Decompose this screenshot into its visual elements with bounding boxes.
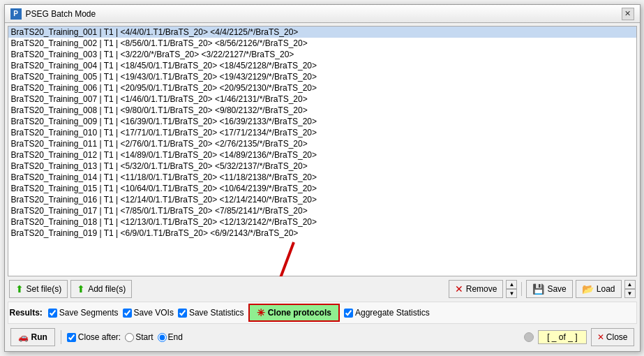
list-item[interactable]: BraTS20_Training_007 | T1 | <1/46/0/1.T1… xyxy=(8,94,636,105)
save-statistics-label: Save Statistics xyxy=(189,308,244,318)
save-button[interactable]: 💾 Save xyxy=(526,280,572,298)
load-up-button[interactable]: ▲ xyxy=(624,280,636,289)
save-icon: 💾 xyxy=(532,283,544,295)
title-bar: P PSEG Batch Mode ✕ xyxy=(5,5,640,23)
load-button[interactable]: 📂 Load xyxy=(576,280,622,298)
list-item[interactable]: BraTS20_Training_012 | T1 | <14/89/0/1.T… xyxy=(8,149,636,161)
close-after-input[interactable] xyxy=(67,333,76,342)
list-item[interactable]: BraTS20_Training_013 | T1 | <5/32/0/1.T1… xyxy=(8,161,636,172)
list-item[interactable]: BraTS20_Training_019 | T1 | <6/9/0/1.T1/… xyxy=(8,228,636,239)
save-segments-checkbox[interactable]: Save Segments xyxy=(48,308,119,318)
start-radio[interactable]: Start xyxy=(125,332,153,342)
list-item[interactable]: BraTS20_Training_009 | T1 | <16/39/0/1.T… xyxy=(8,116,636,127)
title-bar-left: P PSEG Batch Mode xyxy=(10,8,96,20)
aggregate-statistics-input[interactable] xyxy=(344,309,353,318)
run-label: Run xyxy=(31,332,47,342)
results-row: Results: Save Segments Save VOIs Save St… xyxy=(8,302,637,324)
end-label: End xyxy=(168,332,183,342)
remove-up-button[interactable]: ▲ xyxy=(506,280,517,289)
app-icon: P xyxy=(10,8,22,20)
remove-updown-group: ▲ ▼ xyxy=(506,280,517,298)
clone-icon: ✳ xyxy=(257,307,265,318)
list-item[interactable]: BraTS20_Training_017 | T1 | <7/85/0/1.T1… xyxy=(8,205,636,216)
close-after-checkbox[interactable]: Close after: xyxy=(67,332,121,342)
save-segments-label: Save Segments xyxy=(59,308,119,318)
list-item[interactable]: BraTS20_Training_006 | T1 | <20/95/0/1.T… xyxy=(8,82,636,94)
list-item[interactable]: BraTS20_Training_002 | T1 | <8/56/0/1.T1… xyxy=(8,38,636,49)
save-statistics-input[interactable] xyxy=(178,309,187,318)
add-files-icon: ⬆ xyxy=(77,283,85,295)
window-title: PSEG Batch Mode xyxy=(26,9,96,19)
start-radio-input[interactable] xyxy=(125,333,134,342)
main-window: P PSEG Batch Mode ✕ BraTS20_Training_001… xyxy=(4,4,641,352)
progress-indicator xyxy=(524,332,534,342)
aggregate-statistics-label: Aggregate Statistics xyxy=(355,308,430,318)
remove-down-button[interactable]: ▼ xyxy=(506,289,517,298)
end-radio[interactable]: End xyxy=(158,332,183,342)
save-statistics-checkbox[interactable]: Save Statistics xyxy=(178,308,244,318)
close-after-label: Close after: xyxy=(78,332,121,342)
set-files-button[interactable]: ⬆ Set file(s) xyxy=(9,280,68,298)
set-files-label: Set file(s) xyxy=(27,284,62,294)
list-item[interactable]: BraTS20_Training_015 | T1 | <10/64/0/1.T… xyxy=(8,183,636,194)
separator-1 xyxy=(521,282,522,296)
window-close-button[interactable]: ✕ xyxy=(622,8,634,20)
close-button[interactable]: ✕ Close xyxy=(591,328,634,346)
batch-file-list[interactable]: BraTS20_Training_001 | T1 | <4/4/0/1.T1/… xyxy=(8,26,637,276)
run-icon: 🚗 xyxy=(18,332,29,342)
page-counter: [ _ of _ ] xyxy=(538,330,587,344)
load-icon: 📂 xyxy=(582,283,594,295)
list-item[interactable]: BraTS20_Training_016 | T1 | <12/14/0/1.T… xyxy=(8,194,636,205)
remove-icon: ✕ xyxy=(455,283,463,295)
content-area: BraTS20_Training_001 | T1 | <4/4/0/1.T1/… xyxy=(5,23,640,351)
list-item[interactable]: BraTS20_Training_001 | T1 | <4/4/0/1.T1/… xyxy=(8,27,636,38)
close-label: Close xyxy=(606,332,628,342)
end-radio-input[interactable] xyxy=(158,333,167,342)
toolbar-row: ⬆ Set file(s) ⬆ Add file(s) ✕ Remove ▲ ▼… xyxy=(8,279,637,299)
load-updown-group: ▲ ▼ xyxy=(624,280,636,298)
load-down-button[interactable]: ▼ xyxy=(624,289,636,298)
list-item[interactable]: BraTS20_Training_004 | T1 | <18/45/0/1.T… xyxy=(8,60,636,71)
remove-button[interactable]: ✕ Remove xyxy=(449,280,504,298)
save-vois-input[interactable] xyxy=(123,309,132,318)
set-files-icon: ⬆ xyxy=(15,283,24,295)
save-segments-input[interactable] xyxy=(48,309,57,318)
add-files-label: Add file(s) xyxy=(88,284,126,294)
save-vois-label: Save VOIs xyxy=(134,308,174,318)
list-item[interactable]: BraTS20_Training_008 | T1 | <9/80/0/1.T1… xyxy=(8,105,636,116)
list-item[interactable]: BraTS20_Training_005 | T1 | <19/43/0/1.T… xyxy=(8,71,636,82)
list-item[interactable]: BraTS20_Training_011 | T1 | <2/76/0/1.T1… xyxy=(8,138,636,149)
clone-protocols-button[interactable]: ✳ Clone protocols xyxy=(248,304,340,322)
list-item[interactable]: BraTS20_Training_014 | T1 | <11/18/0/1.T… xyxy=(8,172,636,183)
add-files-button[interactable]: ⬆ Add file(s) xyxy=(70,280,132,298)
start-label: Start xyxy=(135,332,153,342)
separator-2 xyxy=(61,330,61,344)
save-vois-checkbox[interactable]: Save VOIs xyxy=(123,308,174,318)
close-x-icon: ✕ xyxy=(597,332,604,342)
remove-label: Remove xyxy=(466,284,497,294)
list-item[interactable]: BraTS20_Training_010 | T1 | <17/71/0/1.T… xyxy=(8,127,636,138)
save-label: Save xyxy=(547,284,566,294)
list-item[interactable]: BraTS20_Training_018 | T1 | <12/13/0/1.T… xyxy=(8,216,636,228)
run-button[interactable]: 🚗 Run xyxy=(10,328,55,346)
load-label: Load xyxy=(597,284,615,294)
list-item[interactable]: BraTS20_Training_003 | T1 | <3/22/0/*/Br… xyxy=(8,49,636,60)
aggregate-statistics-checkbox[interactable]: Aggregate Statistics xyxy=(344,308,430,318)
bottom-row: 🚗 Run Close after: Start End [ _ of _ ] … xyxy=(8,326,637,348)
results-label: Results: xyxy=(10,308,43,318)
clone-protocols-label: Clone protocols xyxy=(268,308,331,318)
